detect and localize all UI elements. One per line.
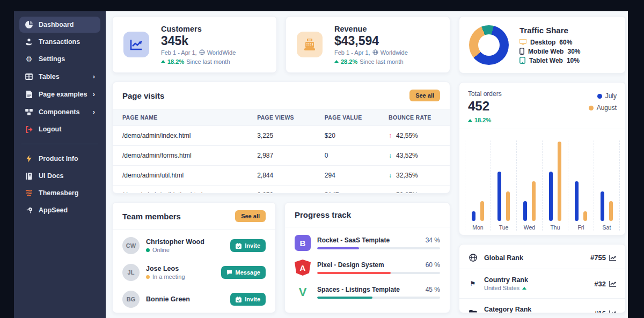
page-title: Progress track	[295, 210, 351, 219]
page-name-cell: /demo/admin/forms.html	[113, 146, 247, 166]
rocket-icon	[25, 207, 33, 214]
pie-chart-icon	[25, 21, 33, 28]
list-item: Category Rank Travel > Accomodation #16	[459, 299, 625, 313]
orders-value: 452	[468, 99, 502, 114]
sidebar-item-dashboard[interactable]: Dashboard	[19, 17, 100, 33]
bar-group: Sat	[594, 140, 620, 231]
sidebar-item-label: Components	[39, 108, 87, 116]
main-content: Customers 345k Feb 1 - Apr 1, WorldWide …	[106, 11, 628, 318]
member-status: Online	[152, 247, 170, 253]
hand-coin-icon	[25, 38, 33, 46]
list-item: B Rocket - SaaS Template34 %	[285, 227, 450, 255]
angular-icon: A	[295, 260, 311, 276]
period-text: Feb 1 - Apr 1,	[161, 49, 197, 56]
table-icon	[25, 73, 33, 80]
see-all-button[interactable]: See all	[409, 90, 440, 101]
list-item: V Spaces - Listings Template45 %	[285, 280, 450, 305]
delta-value: 28.2%	[341, 58, 357, 65]
legend-label: Desktop	[530, 39, 555, 46]
page-name-cell: /demo/admin/util.html	[113, 166, 247, 186]
cash-register-icon	[297, 32, 323, 57]
table-row[interactable]: /demo/admin/index.html 3,225 $20 ↑42,55%	[113, 126, 450, 146]
table-row[interactable]: /demo/admin/forms.html 2,987 0 ↓43,52%	[113, 146, 450, 166]
chevron-right-icon: ›	[93, 72, 95, 80]
progress-bar	[317, 272, 440, 274]
rank-label: Global Rank	[484, 254, 584, 262]
sidebar-item-label: Transactions	[39, 38, 95, 46]
sidebar-item-label: Themesberg	[39, 189, 95, 197]
bar-group: Wed	[516, 140, 542, 231]
sidebar-item-label: Dashboard	[39, 21, 95, 28]
sidebar-item-themesberg[interactable]: Themesberg	[19, 185, 100, 201]
legend-item: Desktop 60%	[519, 39, 580, 46]
table-row[interactable]: /demo/admin/validation.html 2,050 $147 ↑…	[113, 186, 450, 194]
bar-group: Mon	[465, 140, 491, 231]
sidebar-item-label: Settings	[39, 55, 95, 63]
progress-percent: 45 %	[426, 286, 440, 293]
member-name: Bonnie Green	[146, 295, 224, 303]
invite-button[interactable]: Invite	[230, 293, 266, 306]
table-row[interactable]: /demo/admin/util.html 2,844 294 ↓32,35%	[113, 166, 450, 186]
page-title: Page visits	[122, 91, 164, 100]
chart-line-icon	[609, 310, 617, 313]
chat-icon	[226, 270, 232, 276]
arrow-up-icon: ↑	[389, 132, 392, 139]
folder-icon	[468, 310, 478, 313]
message-button[interactable]: Message	[221, 266, 266, 279]
chart-line-icon	[609, 255, 617, 261]
legend-label: August	[597, 104, 617, 112]
mobile-icon	[519, 48, 524, 55]
rank-value: #32	[594, 280, 606, 288]
card-title: Total orders	[468, 90, 502, 98]
globe-icon	[372, 49, 378, 55]
sidebar-item-page-examples[interactable]: Page examples ›	[19, 86, 100, 102]
sidebar-item-tables[interactable]: Tables ›	[19, 68, 100, 85]
sidebar-item-settings[interactable]: ⚙ Settings	[19, 51, 100, 67]
see-all-button[interactable]: See all	[235, 210, 266, 222]
axis-tick-label: Mon	[472, 224, 483, 231]
sidebar-item-product-info[interactable]: Product Info	[19, 151, 100, 167]
revenue-delta: 28.2% Since last month	[334, 58, 408, 65]
rank-value: #16	[594, 309, 606, 314]
list-item: Global Rank #755	[459, 247, 625, 269]
file-icon	[25, 91, 33, 98]
sidebar-item-label: Product Info	[39, 155, 95, 162]
page-visits-card: Page visits See all PAGE NAME PAGE VIEWS…	[112, 82, 450, 194]
delta-note: Since last month	[186, 58, 230, 65]
sidebar-item-components[interactable]: Components ›	[19, 103, 100, 120]
rank-sub: United States	[484, 285, 519, 291]
bolt-icon	[25, 155, 33, 162]
page-name-cell: /demo/admin/validation.html	[113, 186, 247, 194]
team-members-card: Team members See all CW Christopher Wood…	[112, 202, 276, 313]
avatar: JL	[122, 264, 140, 281]
arrow-down-icon: ↓	[389, 152, 392, 159]
customers-delta: 18.2% Since last month	[161, 58, 236, 65]
traffic-share-card: Traffic Share Desktop 60% Mobile Web 30%…	[459, 16, 626, 73]
card-title: Customers	[161, 25, 236, 33]
project-name: Rocket - SaaS Template	[317, 236, 390, 244]
donut-chart	[469, 25, 509, 65]
sidebar-item-ui-docs[interactable]: UI Docs	[19, 168, 100, 184]
legend-item: Mobile Web 30%	[519, 48, 580, 55]
status-dot	[146, 275, 150, 279]
sidebar-item-appseed[interactable]: AppSeed	[19, 202, 100, 218]
region-text: WorldWide	[207, 49, 236, 56]
bar-group: Fri	[568, 140, 594, 231]
button-label: Invite	[245, 242, 260, 249]
components-icon	[25, 109, 33, 115]
sidebar-item-logout[interactable]: Logout	[19, 121, 100, 137]
arrow-up-icon: ↑	[389, 191, 392, 194]
revenue-card: Revenue $43,594 Feb 1 - Apr 1, Worldwide…	[286, 16, 450, 73]
bounce-rate-cell: 42,55%	[396, 132, 418, 139]
member-name: Jose Leos	[146, 265, 215, 272]
axis-tick-label: Tue	[499, 224, 509, 231]
rank-label: Country Rank	[484, 276, 588, 284]
invite-button[interactable]: Invite	[230, 239, 266, 252]
list-item: CW Christopher Wood Online Invite	[113, 230, 275, 259]
rank-value: #755	[590, 254, 606, 262]
sidebar-item-transactions[interactable]: Transactions	[19, 34, 100, 50]
page-views-cell: 2,050	[247, 186, 315, 194]
caret-up-icon	[334, 60, 339, 63]
sidebar-item-label: AppSeed	[39, 206, 95, 214]
sidebar-divider	[21, 144, 98, 144]
